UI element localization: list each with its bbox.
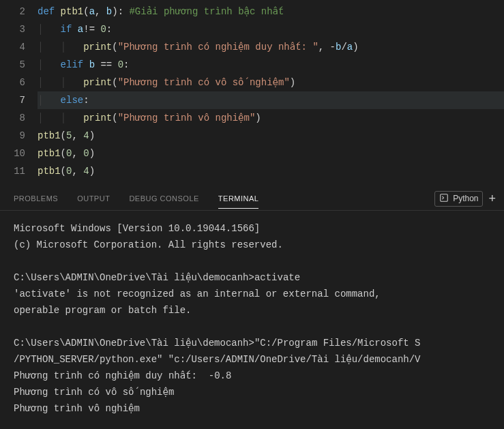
terminal-line: Phương trình vô nghiệm	[14, 400, 490, 417]
terminal-line	[14, 319, 490, 335]
code-line[interactable]: │ else:	[38, 91, 504, 109]
code-line[interactable]: def ptb1(a, b): #Giải phương trình bậc n…	[38, 3, 504, 20]
terminal-line: C:\Users\ADMIN\OneDrive\Tài liệu\democan…	[14, 269, 490, 286]
terminal-line: Phương trình có nghiệm duy nhất: -0.8	[14, 368, 490, 384]
line-number: 8	[0, 109, 25, 127]
panel-tab-terminal[interactable]: TERMINAL	[218, 189, 259, 209]
code-area[interactable]: def ptb1(a, b): #Giải phương trình bậc n…	[38, 3, 504, 180]
panel-tabs: PROBLEMSOUTPUTDEBUG CONSOLETERMINAL Pyth…	[0, 187, 504, 211]
code-line[interactable]: │ elif b == 0:	[38, 56, 504, 74]
line-number: 6	[0, 74, 25, 91]
line-number: 4	[0, 38, 25, 56]
terminal-output[interactable]: Microsoft Windows [Version 10.0.19044.15…	[0, 211, 504, 426]
panel-tab-output[interactable]: OUTPUT	[77, 189, 110, 208]
line-number: 11	[0, 162, 25, 180]
panel-actions: Python +	[434, 191, 497, 207]
terminal-line: Phương trình có vô số nghiệm	[14, 384, 490, 400]
terminal-line: Microsoft Windows [Version 10.0.19044.15…	[14, 220, 490, 237]
code-editor[interactable]: 234567891011 def ptb1(a, b): #Giải phươn…	[0, 0, 504, 180]
line-number: 5	[0, 56, 25, 74]
code-line[interactable]: │ │ print("Phương trình có nghiệm duy nh…	[38, 38, 504, 56]
terminal-line: (c) Microsoft Corporation. All rights re…	[14, 237, 490, 253]
code-line[interactable]: ptb1(0, 0)	[38, 145, 504, 162]
line-number: 9	[0, 127, 25, 145]
line-number: 2	[0, 3, 25, 20]
terminal-line: operable program or batch file.	[14, 302, 490, 319]
line-number: 7	[0, 91, 25, 109]
line-number: 3	[0, 20, 25, 38]
new-terminal-button[interactable]: +	[487, 192, 497, 205]
launch-label: Python	[453, 194, 478, 203]
line-number: 10	[0, 145, 25, 162]
code-line[interactable]: │ │ print("Phương trình vô nghiệm")	[38, 109, 504, 127]
code-line[interactable]: ptb1(0, 4)	[38, 162, 504, 180]
panel-tab-problems[interactable]: PROBLEMS	[14, 189, 58, 208]
code-line[interactable]: │ │ print("Phương trình có vô số nghiệm"…	[38, 74, 504, 91]
terminal-line	[14, 253, 490, 269]
terminal-line: 'activate' is not recognized as an inter…	[14, 286, 490, 302]
line-number-gutter: 234567891011	[0, 3, 38, 180]
terminal-launch-profile[interactable]: Python	[434, 191, 483, 207]
terminal-line: C:\Users\ADMIN\OneDrive\Tài liệu\democan…	[14, 335, 490, 368]
code-line[interactable]: │ if a!= 0:	[38, 20, 504, 38]
code-line[interactable]: ptb1(5, 4)	[38, 127, 504, 145]
panel-tab-debug-console[interactable]: DEBUG CONSOLE	[129, 189, 198, 208]
launch-icon	[439, 193, 449, 205]
